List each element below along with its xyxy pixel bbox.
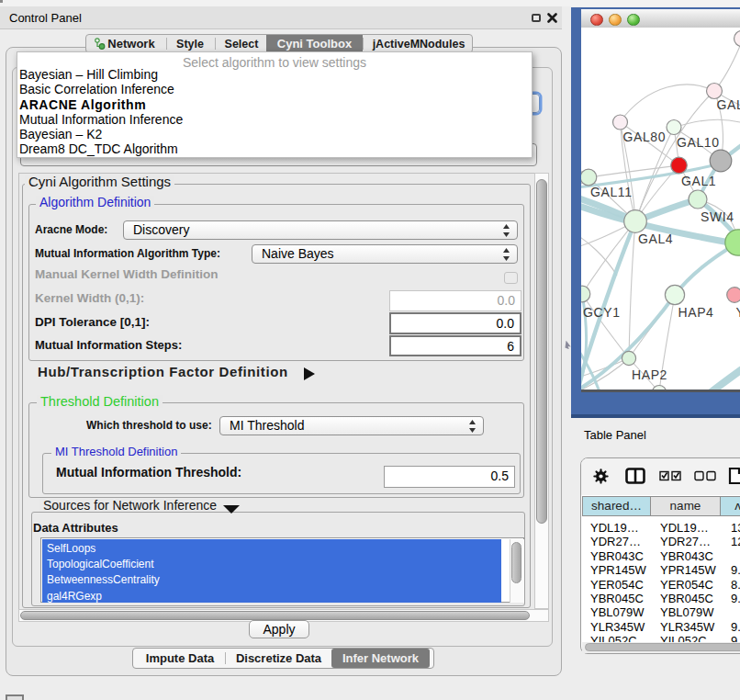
svg-text:GCY1: GCY1 — [583, 305, 621, 320]
svg-text:GAL80: GAL80 — [623, 130, 667, 144]
svg-text:SWI4: SWI4 — [701, 209, 734, 224]
svg-text:GAL11: GAL11 — [590, 185, 633, 199]
svg-text:GAL1: GAL1 — [681, 174, 716, 188]
svg-text:GAL7: GAL7 — [717, 97, 740, 112]
svg-text:HAP4: HAP4 — [678, 305, 714, 320]
svg-text:GAL4: GAL4 — [638, 231, 673, 246]
svg-text:HAP2: HAP2 — [632, 367, 667, 382]
svg-text:YJ: YJ — [736, 305, 740, 320]
svg-text:GAL10: GAL10 — [677, 135, 720, 150]
